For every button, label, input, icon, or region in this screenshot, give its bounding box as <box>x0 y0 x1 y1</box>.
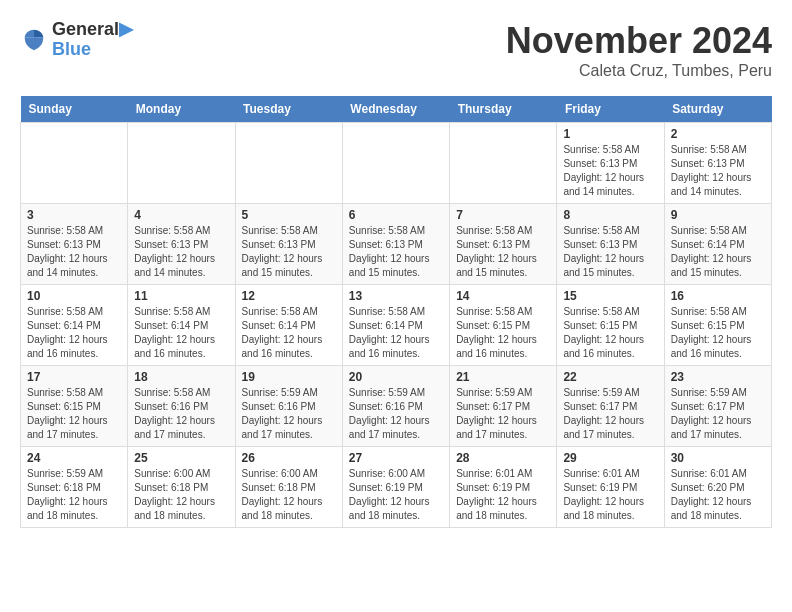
calendar-cell <box>450 123 557 204</box>
calendar-cell: 13Sunrise: 5:58 AM Sunset: 6:14 PM Dayli… <box>342 285 449 366</box>
day-number: 10 <box>27 289 121 303</box>
day-info: Sunrise: 5:58 AM Sunset: 6:13 PM Dayligh… <box>27 224 121 280</box>
calendar-cell: 17Sunrise: 5:58 AM Sunset: 6:15 PM Dayli… <box>21 366 128 447</box>
day-number: 19 <box>242 370 336 384</box>
calendar-cell: 19Sunrise: 5:59 AM Sunset: 6:16 PM Dayli… <box>235 366 342 447</box>
day-info: Sunrise: 5:58 AM Sunset: 6:16 PM Dayligh… <box>134 386 228 442</box>
day-number: 22 <box>563 370 657 384</box>
calendar-cell: 6Sunrise: 5:58 AM Sunset: 6:13 PM Daylig… <box>342 204 449 285</box>
calendar-cell: 12Sunrise: 5:58 AM Sunset: 6:14 PM Dayli… <box>235 285 342 366</box>
calendar-cell: 30Sunrise: 6:01 AM Sunset: 6:20 PM Dayli… <box>664 447 771 528</box>
calendar-cell: 1Sunrise: 5:58 AM Sunset: 6:13 PM Daylig… <box>557 123 664 204</box>
day-number: 4 <box>134 208 228 222</box>
calendar-cell: 25Sunrise: 6:00 AM Sunset: 6:18 PM Dayli… <box>128 447 235 528</box>
calendar-cell: 16Sunrise: 5:58 AM Sunset: 6:15 PM Dayli… <box>664 285 771 366</box>
weekday-header-cell: Monday <box>128 96 235 123</box>
day-number: 8 <box>563 208 657 222</box>
day-number: 15 <box>563 289 657 303</box>
day-info: Sunrise: 5:59 AM Sunset: 6:17 PM Dayligh… <box>671 386 765 442</box>
day-info: Sunrise: 5:58 AM Sunset: 6:13 PM Dayligh… <box>671 143 765 199</box>
calendar-week-row: 10Sunrise: 5:58 AM Sunset: 6:14 PM Dayli… <box>21 285 772 366</box>
day-number: 1 <box>563 127 657 141</box>
calendar-cell: 4Sunrise: 5:58 AM Sunset: 6:13 PM Daylig… <box>128 204 235 285</box>
logo: General▶ Blue <box>20 20 133 60</box>
calendar-cell <box>235 123 342 204</box>
calendar-cell: 11Sunrise: 5:58 AM Sunset: 6:14 PM Dayli… <box>128 285 235 366</box>
logo-text: General▶ Blue <box>52 20 133 60</box>
day-number: 28 <box>456 451 550 465</box>
calendar-cell: 2Sunrise: 5:58 AM Sunset: 6:13 PM Daylig… <box>664 123 771 204</box>
calendar-cell: 26Sunrise: 6:00 AM Sunset: 6:18 PM Dayli… <box>235 447 342 528</box>
day-number: 13 <box>349 289 443 303</box>
calendar-cell: 22Sunrise: 5:59 AM Sunset: 6:17 PM Dayli… <box>557 366 664 447</box>
day-number: 2 <box>671 127 765 141</box>
calendar-cell <box>21 123 128 204</box>
day-number: 26 <box>242 451 336 465</box>
calendar-week-row: 24Sunrise: 5:59 AM Sunset: 6:18 PM Dayli… <box>21 447 772 528</box>
day-number: 11 <box>134 289 228 303</box>
weekday-header-row: SundayMondayTuesdayWednesdayThursdayFrid… <box>21 96 772 123</box>
calendar-cell: 3Sunrise: 5:58 AM Sunset: 6:13 PM Daylig… <box>21 204 128 285</box>
day-info: Sunrise: 5:58 AM Sunset: 6:14 PM Dayligh… <box>349 305 443 361</box>
day-number: 18 <box>134 370 228 384</box>
day-number: 12 <box>242 289 336 303</box>
calendar-cell: 5Sunrise: 5:58 AM Sunset: 6:13 PM Daylig… <box>235 204 342 285</box>
weekday-header-cell: Friday <box>557 96 664 123</box>
day-number: 14 <box>456 289 550 303</box>
calendar-cell: 24Sunrise: 5:59 AM Sunset: 6:18 PM Dayli… <box>21 447 128 528</box>
location-subtitle: Caleta Cruz, Tumbes, Peru <box>506 62 772 80</box>
calendar-week-row: 3Sunrise: 5:58 AM Sunset: 6:13 PM Daylig… <box>21 204 772 285</box>
calendar-cell <box>342 123 449 204</box>
calendar-body: 1Sunrise: 5:58 AM Sunset: 6:13 PM Daylig… <box>21 123 772 528</box>
day-number: 21 <box>456 370 550 384</box>
day-info: Sunrise: 5:58 AM Sunset: 6:15 PM Dayligh… <box>671 305 765 361</box>
day-number: 27 <box>349 451 443 465</box>
day-info: Sunrise: 5:58 AM Sunset: 6:13 PM Dayligh… <box>242 224 336 280</box>
calendar-cell: 27Sunrise: 6:00 AM Sunset: 6:19 PM Dayli… <box>342 447 449 528</box>
calendar-cell: 29Sunrise: 6:01 AM Sunset: 6:19 PM Dayli… <box>557 447 664 528</box>
day-info: Sunrise: 6:00 AM Sunset: 6:18 PM Dayligh… <box>134 467 228 523</box>
day-number: 6 <box>349 208 443 222</box>
day-number: 30 <box>671 451 765 465</box>
day-info: Sunrise: 5:58 AM Sunset: 6:14 PM Dayligh… <box>134 305 228 361</box>
day-info: Sunrise: 5:58 AM Sunset: 6:15 PM Dayligh… <box>563 305 657 361</box>
title-area: November 2024 Caleta Cruz, Tumbes, Peru <box>506 20 772 80</box>
day-number: 29 <box>563 451 657 465</box>
day-info: Sunrise: 6:01 AM Sunset: 6:19 PM Dayligh… <box>456 467 550 523</box>
day-info: Sunrise: 6:00 AM Sunset: 6:19 PM Dayligh… <box>349 467 443 523</box>
day-number: 7 <box>456 208 550 222</box>
weekday-header-cell: Saturday <box>664 96 771 123</box>
calendar-cell: 21Sunrise: 5:59 AM Sunset: 6:17 PM Dayli… <box>450 366 557 447</box>
weekday-header-cell: Sunday <box>21 96 128 123</box>
calendar-cell: 28Sunrise: 6:01 AM Sunset: 6:19 PM Dayli… <box>450 447 557 528</box>
day-info: Sunrise: 5:59 AM Sunset: 6:17 PM Dayligh… <box>456 386 550 442</box>
day-info: Sunrise: 6:00 AM Sunset: 6:18 PM Dayligh… <box>242 467 336 523</box>
calendar-cell: 14Sunrise: 5:58 AM Sunset: 6:15 PM Dayli… <box>450 285 557 366</box>
day-number: 24 <box>27 451 121 465</box>
day-info: Sunrise: 5:58 AM Sunset: 6:15 PM Dayligh… <box>27 386 121 442</box>
day-info: Sunrise: 5:59 AM Sunset: 6:18 PM Dayligh… <box>27 467 121 523</box>
day-info: Sunrise: 6:01 AM Sunset: 6:19 PM Dayligh… <box>563 467 657 523</box>
day-info: Sunrise: 5:59 AM Sunset: 6:16 PM Dayligh… <box>242 386 336 442</box>
day-info: Sunrise: 5:59 AM Sunset: 6:17 PM Dayligh… <box>563 386 657 442</box>
day-info: Sunrise: 5:58 AM Sunset: 6:13 PM Dayligh… <box>456 224 550 280</box>
calendar-cell <box>128 123 235 204</box>
calendar-cell: 15Sunrise: 5:58 AM Sunset: 6:15 PM Dayli… <box>557 285 664 366</box>
day-info: Sunrise: 5:58 AM Sunset: 6:15 PM Dayligh… <box>456 305 550 361</box>
calendar-cell: 18Sunrise: 5:58 AM Sunset: 6:16 PM Dayli… <box>128 366 235 447</box>
day-number: 9 <box>671 208 765 222</box>
calendar-cell: 20Sunrise: 5:59 AM Sunset: 6:16 PM Dayli… <box>342 366 449 447</box>
day-info: Sunrise: 5:59 AM Sunset: 6:16 PM Dayligh… <box>349 386 443 442</box>
weekday-header-cell: Wednesday <box>342 96 449 123</box>
day-info: Sunrise: 6:01 AM Sunset: 6:20 PM Dayligh… <box>671 467 765 523</box>
calendar-week-row: 17Sunrise: 5:58 AM Sunset: 6:15 PM Dayli… <box>21 366 772 447</box>
day-info: Sunrise: 5:58 AM Sunset: 6:13 PM Dayligh… <box>563 224 657 280</box>
day-info: Sunrise: 5:58 AM Sunset: 6:14 PM Dayligh… <box>27 305 121 361</box>
calendar-table: SundayMondayTuesdayWednesdayThursdayFrid… <box>20 96 772 528</box>
day-number: 20 <box>349 370 443 384</box>
weekday-header-cell: Thursday <box>450 96 557 123</box>
logo-icon <box>20 26 48 54</box>
calendar-week-row: 1Sunrise: 5:58 AM Sunset: 6:13 PM Daylig… <box>21 123 772 204</box>
page-header: General▶ Blue November 2024 Caleta Cruz,… <box>20 20 772 80</box>
weekday-header-cell: Tuesday <box>235 96 342 123</box>
